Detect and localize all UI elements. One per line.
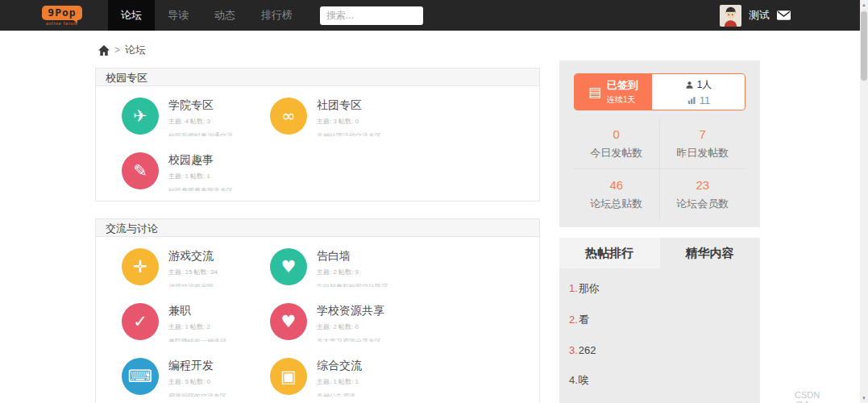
navbar-user-area: 测试 xyxy=(720,5,791,27)
bus-icon: ▣ xyxy=(270,358,307,395)
top-navbar: 9Pop online forum 论坛 导读 动态 排行榜 xyxy=(0,0,860,31)
section-title: 交流与讨论 xyxy=(96,219,539,237)
main-nav: 论坛 导读 动态 排行榜 xyxy=(108,0,305,31)
category-fun[interactable]: ✎ 校园趣事 主题: 1 帖数: 1 校园趣闻趣事聊天专区 xyxy=(96,144,244,199)
nav-item-ranking[interactable]: 排行榜 xyxy=(248,0,305,31)
category-title[interactable]: 学校资源共享 xyxy=(317,304,384,318)
signin-panel: ▤ 已签到 连续1天 1人 11 xyxy=(559,60,760,227)
category-games[interactable]: ✛ 游戏交流 主题: 15 帖数: 34 游戏交流的家园 xyxy=(96,240,244,295)
category-desc: 各种公告资讯 xyxy=(317,392,362,397)
icon-glyph: ♥ xyxy=(281,312,297,331)
hot-posts-tabs: 热帖排行 精华内容 xyxy=(559,238,760,268)
clipboard-icon: ✓ xyxy=(122,303,159,340)
breadcrumb-current[interactable]: 论坛 xyxy=(125,43,146,57)
stopwatch-icon: ♥ xyxy=(270,303,307,340)
tab-digest[interactable]: 精华内容 xyxy=(660,238,761,268)
category-title[interactable]: 兼职 xyxy=(168,304,226,318)
category-desc: 校园新闻时事沟通交流 xyxy=(168,131,233,136)
category-desc: 兼职赚钱的一种途径 xyxy=(168,337,226,342)
avatar[interactable] xyxy=(720,5,741,27)
signin-label: 已签到 xyxy=(607,78,638,93)
category-stats: 主题: 15 帖数: 34 xyxy=(168,268,218,276)
category-title[interactable]: 编程开发 xyxy=(168,359,226,373)
stat-members: 23 论坛会员数 xyxy=(660,169,746,219)
category-desc: 告白脱单和校园交往联谊 xyxy=(317,282,388,287)
breadcrumb: > 论坛 xyxy=(98,43,146,57)
category-stats: 主题: 4 帖数: 3 xyxy=(168,117,233,126)
search-input[interactable] xyxy=(320,6,423,25)
category-general[interactable]: ▣ 综合交流 主题: 1 帖数: 1 各种公告资讯 xyxy=(244,350,392,403)
checklist-icon: ✎ xyxy=(122,152,159,189)
icon-glyph: ✎ xyxy=(133,161,147,181)
signin-streak: 连续1天 xyxy=(607,94,638,106)
hat-icon: ♥ xyxy=(270,248,307,285)
hot-post-item[interactable]: 4.唉 xyxy=(569,365,750,397)
category-programming[interactable]: ⌨ 编程开发 主题: 5 帖数: 0 程序编码的交流专区 xyxy=(96,350,244,403)
signin-stats: 1人 11 xyxy=(652,74,745,110)
category-stats: 主题: 3 帖数: 0 xyxy=(317,117,381,126)
rocket-icon: ✈ xyxy=(122,98,159,135)
hot-post-item[interactable]: 2.看 xyxy=(569,305,750,336)
icon-glyph: ⌨ xyxy=(128,367,152,386)
home-icon[interactable] xyxy=(98,45,110,56)
category-resource-share[interactable]: ♥ 学校资源共享 主题: 2 帖数: 0 各大学习资源分享专区 xyxy=(244,295,392,350)
hot-posts-panel: 热帖排行 精华内容 1.那你 2.看 3.262 4.唉 xyxy=(559,238,760,403)
category-parttime[interactable]: ✓ 兼职 主题: 1 帖数: 2 兼职赚钱的一种途径 xyxy=(96,295,244,350)
category-desc: 各大学习资源分享专区 xyxy=(317,337,384,342)
category-confession-wall[interactable]: ♥ 告白墙 主题: 2 帖数: 9 告白脱单和校园交往联谊 xyxy=(244,240,392,295)
category-title[interactable]: 告白墙 xyxy=(317,249,388,264)
person-icon xyxy=(685,81,694,89)
category-stats: 主题: 2 帖数: 0 xyxy=(317,322,384,331)
search-box xyxy=(320,6,423,25)
icon-glyph: ∞ xyxy=(281,106,296,126)
forum-page: 9Pop online forum 论坛 导读 动态 排行榜 xyxy=(0,0,868,403)
category-desc: 程序编码的交流专区 xyxy=(168,392,226,397)
signin-people-count: 1人 xyxy=(685,78,712,92)
scrollbar-thumb[interactable] xyxy=(861,11,867,81)
username[interactable]: 测试 xyxy=(749,8,770,23)
section-discussion: 交流与讨论 ✛ 游戏交流 主题: 15 帖数: 34 游戏交流的家园 ♥ 告白墙… xyxy=(95,218,540,403)
category-clubs[interactable]: ∞ 社团专区 主题: 3 帖数: 0 各种社团活动交流专区 xyxy=(244,89,392,144)
scrollbar-down-arrow[interactable]: ▼ xyxy=(860,393,868,403)
stat-total-posts: 46 论坛总贴数 xyxy=(574,169,660,219)
category-stats: 主题: 1 帖数: 1 xyxy=(168,172,233,181)
glasses-icon: ∞ xyxy=(270,98,307,135)
category-title[interactable]: 社团专区 xyxy=(317,98,381,113)
icon-glyph: ✈ xyxy=(133,106,147,126)
hot-post-item[interactable]: 3.262 xyxy=(569,336,750,365)
category-stats: 主题: 5 帖数: 0 xyxy=(168,377,226,386)
signin-button[interactable]: ▤ 已签到 连续1天 xyxy=(575,74,652,110)
icon-glyph: ♥ xyxy=(281,257,297,276)
icon-glyph: ✛ xyxy=(133,257,147,276)
category-desc: 各种社团活动交流专区 xyxy=(317,131,381,136)
scrollbar[interactable]: ▲ ▼ xyxy=(860,0,868,403)
category-college[interactable]: ✈ 学院专区 主题: 4 帖数: 3 校园新闻时事沟通交流 xyxy=(96,89,244,144)
hot-posts-list: 1.那你 2.看 3.262 4.唉 xyxy=(559,268,760,403)
forum-sections: 校园专区 ✈ 学院专区 主题: 4 帖数: 3 校园新闻时事沟通交流 ∞ 社团专… xyxy=(95,68,540,403)
category-desc: 校园趣闻趣事聊天专区 xyxy=(168,186,233,191)
category-stats: 主题: 1 帖数: 2 xyxy=(168,322,226,331)
icon-glyph: ✓ xyxy=(133,312,147,331)
nav-item-guide[interactable]: 导读 xyxy=(155,0,201,31)
nav-item-activity[interactable]: 动态 xyxy=(201,0,248,31)
mail-icon[interactable] xyxy=(777,10,791,20)
calendar-icon: ▤ xyxy=(588,85,601,99)
icon-glyph: ▣ xyxy=(280,367,297,386)
signin-widget: ▤ 已签到 连续1天 1人 11 xyxy=(574,73,745,110)
category-stats: 主题: 1 帖数: 1 xyxy=(317,377,362,386)
site-logo[interactable]: 9Pop online forum xyxy=(34,5,90,26)
category-title[interactable]: 校园趣事 xyxy=(168,153,233,168)
category-desc: 游戏交流的家园 xyxy=(168,282,218,287)
stat-today-posts: 0 今日发帖数 xyxy=(574,118,660,169)
gamepad-icon: ✛ xyxy=(122,248,159,285)
tab-hot-rank[interactable]: 热帖排行 xyxy=(559,238,660,268)
scrollbar-up-arrow[interactable]: ▲ xyxy=(860,0,868,10)
category-title[interactable]: 综合交流 xyxy=(317,359,362,373)
category-title[interactable]: 游戏交流 xyxy=(168,249,218,264)
hot-post-item[interactable]: 1.那你 xyxy=(569,273,750,305)
sidebar: ▤ 已签到 连续1天 1人 11 xyxy=(559,60,760,403)
category-title[interactable]: 学院专区 xyxy=(168,98,233,113)
signin-total-count: 11 xyxy=(687,94,711,106)
watermark: CSDN @Java_wucso xyxy=(795,390,868,403)
nav-item-forum[interactable]: 论坛 xyxy=(108,0,155,31)
